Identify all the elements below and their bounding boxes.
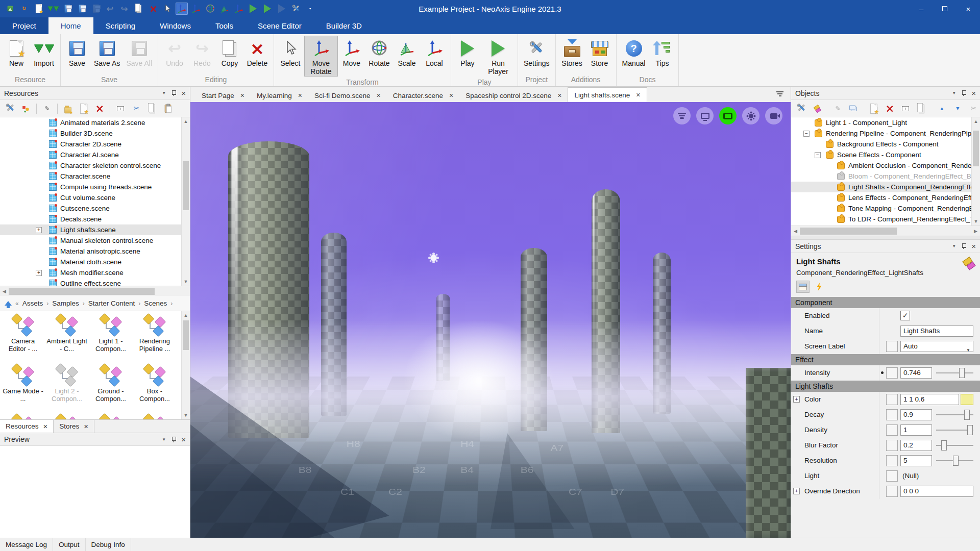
slider-track[interactable]	[936, 445, 973, 446]
scroll-up-icon[interactable]: ▲	[182, 117, 190, 126]
rename-box-button[interactable]: I	[115, 103, 126, 114]
paste-clipboard-button[interactable]	[162, 103, 174, 114]
scroll-down-icon[interactable]: ▼	[182, 411, 190, 419]
bottom-tab-stores[interactable]: Stores×	[54, 420, 94, 433]
quickbar-move-rotate-button[interactable]	[176, 3, 188, 15]
object-tree-item[interactable]: Tone Mapping - Component_RenderingEf	[791, 203, 980, 214]
resource-tile[interactable]	[90, 414, 132, 419]
text-field[interactable]: 0 0 0	[900, 486, 973, 497]
paint-brush-button[interactable]	[812, 103, 823, 114]
quickbar-refresh-button[interactable]: ↻	[18, 3, 31, 15]
scrollbar-thumb[interactable]	[183, 320, 189, 350]
quickbar-scale-button[interactable]	[218, 3, 231, 15]
panel-dropdown-icon[interactable]: ▼	[952, 91, 956, 95]
pin-icon[interactable]	[961, 243, 966, 249]
viewport-camera-video-button[interactable]	[765, 107, 782, 124]
tree-item[interactable]: Outline effect.scene	[0, 278, 190, 286]
menu-tab-tools[interactable]: Tools	[203, 17, 246, 34]
object-tree-item[interactable]: −Scene Effects - Component	[791, 149, 980, 160]
viewport-display-monitor-button[interactable]	[696, 107, 714, 124]
ribbon-button-new[interactable]: ★New	[3, 36, 30, 68]
ribbon-button-rotate[interactable]: Rotate	[365, 36, 393, 68]
scene-3d-canvas[interactable]: H8H4A7B8B2B4B6C7C1C2D7	[190, 102, 791, 538]
tree-item[interactable]: Compute using threads.scene	[0, 182, 190, 192]
scroll-left-icon[interactable]: ◀	[0, 289, 9, 294]
menu-tab-project[interactable]: Project	[0, 17, 48, 34]
tools-wrench-button[interactable]	[5, 103, 16, 114]
quickbar-neoaxis-logo-button[interactable]	[4, 3, 16, 15]
close-icon[interactable]: ×	[43, 422, 48, 430]
pin-icon[interactable]	[961, 90, 966, 96]
quickbar-local-button[interactable]	[233, 3, 245, 15]
resource-tile[interactable]	[2, 414, 44, 419]
tree-item[interactable]: Character skeleton control.scene	[0, 160, 190, 171]
quickbar-play-button[interactable]	[247, 3, 259, 15]
quickbar-redo-button[interactable]: ↪	[118, 3, 131, 15]
quickbar-rotate-button[interactable]	[204, 3, 216, 15]
resource-tile[interactable]	[134, 414, 176, 419]
resource-tile[interactable]: Camera Editor - ...	[2, 314, 44, 363]
object-tree-item[interactable]: Light Shafts - Component_RenderingEffec	[791, 182, 980, 192]
bottom-tab-resources[interactable]: Resources×	[0, 420, 54, 433]
quickbar-import-button[interactable]	[47, 3, 59, 15]
slider-track[interactable]	[936, 430, 973, 431]
quickbar-save-as-button[interactable]	[76, 3, 88, 15]
property-flag-box[interactable]	[886, 440, 898, 451]
paint-brush-icon[interactable]	[963, 257, 975, 269]
slider-track[interactable]	[936, 372, 973, 373]
ribbon-button-stores[interactable]: Stores	[558, 36, 586, 68]
arrow-up-button[interactable]: ▲	[936, 103, 947, 114]
resources-hscrollbar[interactable]: ◀	[0, 286, 190, 296]
ribbon-button-local[interactable]: Local	[421, 36, 448, 68]
tree-item[interactable]: Material cloth.scene	[0, 257, 190, 267]
status-tab-message-log[interactable]: Message Log	[0, 538, 53, 551]
menu-tab-home[interactable]: Home	[48, 17, 93, 34]
tree-item[interactable]: Material anisotropic.scene	[0, 246, 190, 257]
checkbox[interactable]: ✓	[900, 311, 910, 320]
resource-tile[interactable]: Light 2 - Compon...	[46, 364, 88, 413]
number-field[interactable]: 0.9	[900, 409, 932, 420]
tools-wrench-button[interactable]	[796, 103, 807, 114]
ribbon-button-move[interactable]: Move	[338, 36, 365, 68]
slider-thumb[interactable]	[967, 425, 973, 435]
ribbon-button-move-rotate[interactable]: Move Rotate	[304, 36, 338, 77]
cut-scissors-button[interactable]: ✂	[968, 103, 979, 114]
edit-pencil-button[interactable]: ✎	[41, 103, 53, 114]
panel-dropdown-icon[interactable]: ▼	[162, 91, 166, 95]
breadcrumb-item[interactable]: Assets	[22, 299, 43, 307]
close-icon[interactable]: ×	[181, 89, 186, 97]
tree-item[interactable]: +Mesh modifier.scene	[0, 267, 190, 278]
scrollbar-thumb[interactable]	[9, 288, 155, 295]
close-icon[interactable]: ×	[971, 89, 976, 97]
property-flag-box[interactable]	[886, 367, 898, 379]
tree-item[interactable]: Character 2D.scene	[0, 139, 190, 149]
tree-item[interactable]: Decals.scene	[0, 214, 190, 224]
slider-track[interactable]	[936, 414, 973, 415]
quickbar-overflow-chevron-button[interactable]: ▾	[304, 3, 316, 15]
number-field[interactable]: 1	[900, 424, 932, 436]
scroll-right-icon[interactable]: ▶	[971, 229, 980, 234]
expander-icon[interactable]: −	[803, 131, 810, 137]
object-tree-item[interactable]: Background Effects - Component	[791, 139, 980, 149]
menu-tab-scene-editor[interactable]: Scene Editor	[246, 17, 314, 34]
scrollbar-thumb[interactable]	[973, 131, 979, 166]
tab-list-filter-icon[interactable]	[776, 91, 783, 97]
text-field[interactable]: Light Shafts	[900, 325, 973, 337]
close-icon[interactable]: ×	[377, 91, 381, 99]
resource-tile[interactable]: Box - Compon...	[134, 364, 176, 413]
object-tree-item[interactable]: Bloom - Component_RenderingEffect_Blo	[791, 171, 980, 182]
close-icon[interactable]: ×	[971, 242, 976, 250]
number-field[interactable]: 0.2	[900, 440, 932, 451]
viewport-screen-rect-button[interactable]	[719, 107, 737, 124]
expander-icon[interactable]: +	[36, 270, 42, 276]
ribbon-button-copy[interactable]: Copy	[216, 36, 243, 68]
tab-properties[interactable]	[796, 281, 810, 293]
dropdown-select[interactable]: Auto▼	[900, 341, 973, 352]
ribbon-button-save-as[interactable]: Save As	[91, 36, 123, 68]
breadcrumb-item[interactable]: Starter Content	[88, 299, 135, 307]
cut-scissors-button[interactable]: ✂	[131, 103, 142, 114]
close-icon[interactable]: ×	[240, 91, 244, 99]
pin-icon[interactable]	[171, 437, 176, 442]
menu-tab-windows[interactable]: Windows	[148, 17, 203, 34]
scrollbar-thumb[interactable]	[183, 161, 189, 210]
